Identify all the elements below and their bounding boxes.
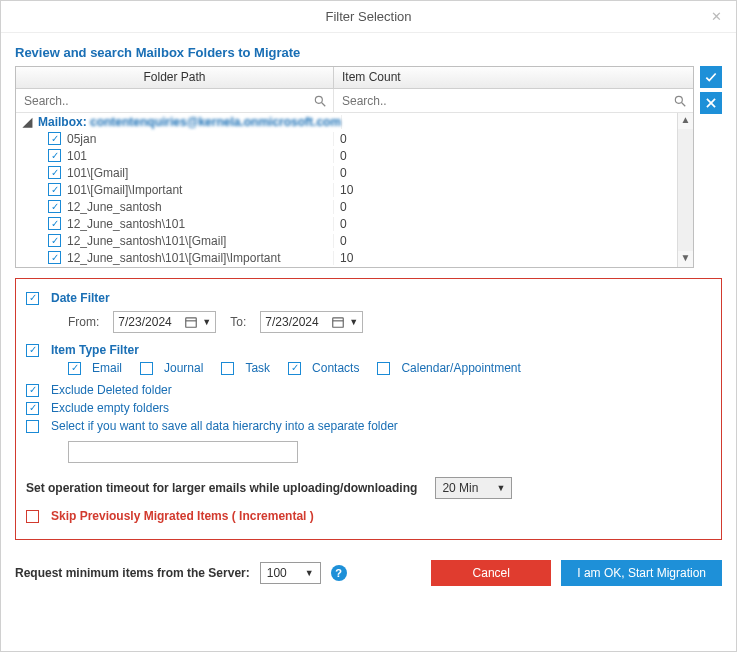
svg-rect-6 xyxy=(186,318,197,327)
filter-options-panel: Date Filter From: 7/23/2024 ▼ To: 7/23/2… xyxy=(15,278,722,540)
contacts-label: Contacts xyxy=(312,361,359,375)
to-label: To: xyxy=(230,315,246,329)
table-row[interactable]: 1010 xyxy=(16,147,693,164)
search-icon xyxy=(673,94,687,108)
titlebar: Filter Selection ✕ xyxy=(1,1,736,33)
svg-line-1 xyxy=(322,102,326,106)
date-to-picker[interactable]: 7/23/2024 ▼ xyxy=(260,311,363,333)
table-row[interactable]: 12_June_santosh0 xyxy=(16,198,693,215)
calendar-label: Calendar/Appointment xyxy=(401,361,520,375)
folder-checkbox[interactable] xyxy=(48,251,61,264)
chevron-down-icon: ▼ xyxy=(202,317,211,327)
folder-count: 0 xyxy=(334,166,693,180)
timeout-select[interactable]: 20 Min ▼ xyxy=(435,477,512,499)
table-row[interactable]: 101\[Gmail]\Important10 xyxy=(16,181,693,198)
svg-point-0 xyxy=(315,96,322,103)
chevron-down-icon: ▼ xyxy=(305,568,314,578)
folder-name: 12_June_santosh\101\[Gmail]\Important xyxy=(67,251,280,265)
folder-checkbox[interactable] xyxy=(48,149,61,162)
folder-checkbox[interactable] xyxy=(48,217,61,230)
date-filter-label: Date Filter xyxy=(51,291,110,305)
table-row[interactable]: 101\[Gmail]0 xyxy=(16,164,693,181)
item-type-filter-label: Item Type Filter xyxy=(51,343,139,357)
date-from-picker[interactable]: 7/23/2024 ▼ xyxy=(113,311,216,333)
svg-point-2 xyxy=(675,96,682,103)
col-header-item-count[interactable]: Item Count xyxy=(334,67,693,88)
folder-name: 12_June_santosh\101\[Gmail] xyxy=(67,234,226,248)
exclude-deleted-checkbox[interactable] xyxy=(26,384,39,397)
folder-count: 0 xyxy=(334,234,693,248)
expand-icon[interactable]: ◢ xyxy=(20,115,34,129)
folder-count: 0 xyxy=(334,217,693,231)
start-migration-button[interactable]: I am OK, Start Migration xyxy=(561,560,722,586)
exclude-empty-checkbox[interactable] xyxy=(26,402,39,415)
folder-name: 12_June_santosh xyxy=(67,200,162,214)
table-row[interactable]: 12_June_santosh\101\[Gmail]0 xyxy=(16,232,693,249)
cancel-button[interactable]: Cancel xyxy=(431,560,551,586)
search-folder-path-input[interactable] xyxy=(22,93,313,109)
folder-checkbox[interactable] xyxy=(48,183,61,196)
folder-checkbox[interactable] xyxy=(48,234,61,247)
request-min-items-select[interactable]: 100 ▼ xyxy=(260,562,321,584)
folder-name: 101\[Gmail] xyxy=(67,166,128,180)
search-icon xyxy=(313,94,327,108)
table-row[interactable]: 12_June_santosh\101\[Gmail]\Important10 xyxy=(16,249,693,266)
grid-body[interactable]: ◢Mailbox: contentenquiries@kernela.onmic… xyxy=(16,113,693,267)
journal-checkbox[interactable] xyxy=(140,362,153,375)
svg-rect-8 xyxy=(333,318,344,327)
folder-grid: Folder Path Item Count ◢Mailbox: co xyxy=(15,66,694,268)
grid-header: Folder Path Item Count xyxy=(16,67,693,89)
request-min-items-label: Request minimum items from the Server: xyxy=(15,566,250,580)
from-label: From: xyxy=(68,315,99,329)
calendar-checkbox[interactable] xyxy=(377,362,390,375)
table-row[interactable]: 05jan0 xyxy=(16,130,693,147)
folder-checkbox[interactable] xyxy=(48,132,61,145)
item-type-filter-checkbox[interactable] xyxy=(26,344,39,357)
col-header-folder-path[interactable]: Folder Path xyxy=(16,67,334,88)
scroll-down-icon[interactable]: ▼ xyxy=(678,251,693,267)
scroll-up-icon[interactable]: ▲ xyxy=(678,113,693,129)
chevron-down-icon: ▼ xyxy=(349,317,358,327)
table-row[interactable]: 12330 xyxy=(16,266,693,267)
timeout-label: Set operation timeout for larger emails … xyxy=(26,481,417,495)
folder-count: 10 xyxy=(334,251,693,265)
task-label: Task xyxy=(245,361,270,375)
task-checkbox[interactable] xyxy=(221,362,234,375)
calendar-icon xyxy=(331,315,345,329)
folder-checkbox[interactable] xyxy=(48,200,61,213)
save-hierarchy-checkbox[interactable] xyxy=(26,420,39,433)
search-item-count-input[interactable] xyxy=(340,93,673,109)
email-checkbox[interactable] xyxy=(68,362,81,375)
table-row[interactable]: 12_June_santosh\1010 xyxy=(16,215,693,232)
folder-name: 101\[Gmail]\Important xyxy=(67,183,182,197)
page-subtitle: Review and search Mailbox Folders to Mig… xyxy=(15,45,722,60)
folder-count: 0 xyxy=(334,149,693,163)
skip-migrated-label: Skip Previously Migrated Items ( Increme… xyxy=(51,509,314,523)
folder-name: 05jan xyxy=(67,132,96,146)
date-filter-checkbox[interactable] xyxy=(26,292,39,305)
exclude-empty-label: Exclude empty folders xyxy=(51,401,169,415)
contacts-checkbox[interactable] xyxy=(288,362,301,375)
close-icon[interactable]: ✕ xyxy=(704,5,728,29)
save-hierarchy-label: Select if you want to save all data hier… xyxy=(51,419,398,433)
folder-name: 12_June_santosh\101 xyxy=(67,217,185,231)
hierarchy-folder-input[interactable] xyxy=(68,441,298,463)
uncheck-all-button[interactable] xyxy=(700,92,722,114)
svg-line-3 xyxy=(682,102,686,106)
exclude-deleted-label: Exclude Deleted folder xyxy=(51,383,172,397)
chevron-down-icon: ▼ xyxy=(496,483,505,493)
journal-label: Journal xyxy=(164,361,203,375)
email-label: Email xyxy=(92,361,122,375)
mailbox-row[interactable]: ◢Mailbox: contentenquiries@kernela.onmic… xyxy=(16,113,693,130)
mailbox-address: contentenquiries@kernela.onmicrosoft.com xyxy=(90,115,341,129)
calendar-icon xyxy=(184,315,198,329)
scrollbar[interactable]: ▲ ▼ xyxy=(677,113,693,267)
check-all-button[interactable] xyxy=(700,66,722,88)
mailbox-label: Mailbox: xyxy=(38,115,87,129)
help-icon[interactable]: ? xyxy=(331,565,347,581)
folder-count: 0 xyxy=(334,200,693,214)
skip-migrated-checkbox[interactable] xyxy=(26,510,39,523)
filter-selection-dialog: Filter Selection ✕ Review and search Mai… xyxy=(0,0,737,652)
folder-name: 101 xyxy=(67,149,87,163)
folder-checkbox[interactable] xyxy=(48,166,61,179)
